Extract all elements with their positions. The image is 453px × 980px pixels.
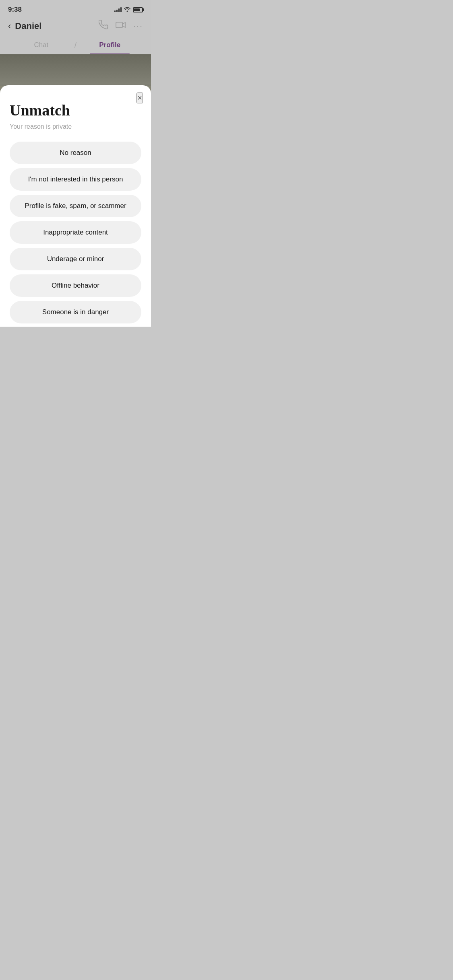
reason-no-reason[interactable]: No reason [10, 142, 141, 164]
reason-not-interested[interactable]: I'm not interested in this person [10, 168, 141, 191]
unmatch-modal: × Unmatch Your reason is private No reas… [0, 85, 151, 327]
reason-danger[interactable]: Someone is in danger [10, 301, 141, 323]
modal-title: Unmatch [10, 101, 141, 119]
reason-inappropriate[interactable]: Inappropriate content [10, 221, 141, 244]
reason-options-list: No reason I'm not interested in this per… [10, 142, 141, 323]
reason-fake-profile[interactable]: Profile is fake, spam, or scammer [10, 195, 141, 217]
modal-subtitle: Your reason is private [10, 123, 141, 130]
reason-underage[interactable]: Underage or minor [10, 248, 141, 270]
dimmed-overlay [0, 0, 151, 86]
close-button[interactable]: × [137, 93, 143, 103]
reason-offline-behavior[interactable]: Offline behavior [10, 274, 141, 297]
